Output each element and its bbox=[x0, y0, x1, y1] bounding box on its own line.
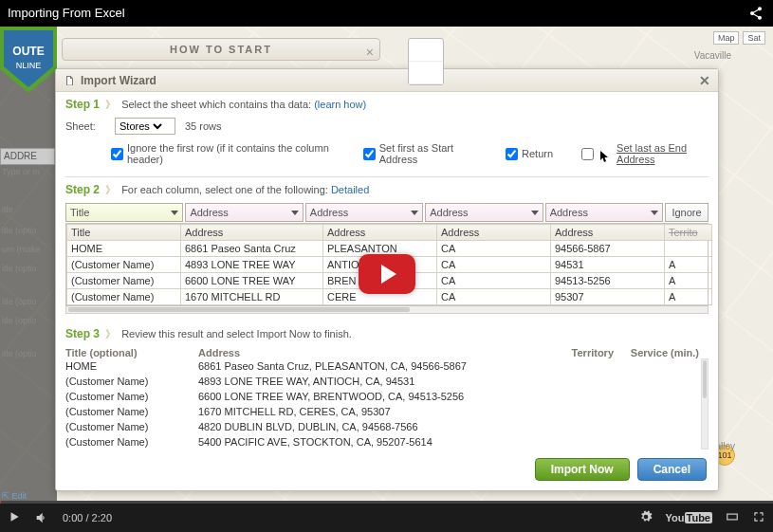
s3-header-territory: Territory bbox=[528, 347, 614, 358]
grid-header: Address bbox=[551, 225, 665, 241]
video-title: Importing From Excel bbox=[8, 6, 125, 20]
svg-text:OUTE: OUTE bbox=[12, 45, 44, 58]
s3-header-service: Service (min.) bbox=[614, 347, 699, 358]
video-play-button[interactable] bbox=[359, 254, 415, 294]
learn-how-link[interactable]: (learn how) bbox=[314, 99, 366, 110]
video-control-bar: 0:00 / 2:20 YouTube bbox=[0, 504, 773, 532]
map-zoom-control[interactable] bbox=[408, 38, 444, 85]
sidebar-address-label: ADDRE bbox=[0, 148, 55, 165]
document-icon bbox=[64, 75, 75, 86]
chk-ignore-first-row[interactable]: Ignore the first row (if it contains the… bbox=[111, 142, 335, 165]
how-to-start-bar: HOW TO START × bbox=[62, 38, 380, 61]
grid-header: Address bbox=[437, 225, 551, 241]
step3-label: Step 3 bbox=[65, 327, 100, 340]
map-city-label: Vacaville bbox=[694, 50, 731, 61]
col-select-address[interactable]: Address bbox=[545, 203, 663, 222]
map-toggle-map[interactable]: Map bbox=[713, 31, 740, 45]
import-now-button[interactable]: Import Now bbox=[535, 458, 630, 481]
step1-label: Step 1 bbox=[65, 98, 100, 111]
list-item: HOME6861 Paseo Santa Cruz, PLEASANTON, C… bbox=[65, 358, 709, 374]
close-icon[interactable]: × bbox=[366, 42, 374, 63]
grid-header: Address bbox=[323, 225, 437, 241]
grid-header: Title bbox=[67, 225, 181, 241]
fullscreen-icon[interactable] bbox=[752, 510, 765, 525]
col-select-address[interactable]: Address bbox=[185, 203, 303, 222]
sidebar-field-fragment: urn (make bbox=[2, 245, 41, 254]
theater-icon[interactable] bbox=[726, 510, 739, 525]
step3-text: Review this result and select Import Now… bbox=[121, 328, 352, 339]
col-select-title[interactable]: Title bbox=[65, 203, 183, 222]
map-toggle-sat[interactable]: Sat bbox=[743, 31, 765, 45]
sidebar-field-fragment: itle (optio bbox=[2, 264, 37, 273]
chk-set-first-start[interactable]: Set first as Start Address bbox=[363, 142, 477, 165]
sidebar-hint: Type or In bbox=[2, 167, 40, 176]
s3-header-address: Address bbox=[198, 347, 528, 358]
sheet-rowcount: 35 rows bbox=[185, 120, 222, 132]
step2-label: Step 2 bbox=[65, 183, 100, 196]
ignore-column-button[interactable]: Ignore bbox=[665, 203, 709, 222]
grid-header: Address bbox=[181, 225, 323, 241]
chk-return[interactable]: Return bbox=[506, 148, 553, 160]
sidebar-field-fragment: itle (optio bbox=[2, 316, 37, 325]
dialog-title: Import Wizard bbox=[81, 74, 156, 87]
time-display: 0:00 / 2:20 bbox=[63, 512, 112, 523]
svg-text:NLINE: NLINE bbox=[16, 61, 42, 70]
sidebar-field-fragment: itle (optio bbox=[2, 226, 37, 235]
step2-text: For each column, select one of the follo… bbox=[121, 184, 328, 195]
volume-control[interactable] bbox=[34, 510, 49, 525]
logo-badge: OUTENLINE bbox=[0, 27, 57, 93]
detailed-link[interactable]: Detailed bbox=[331, 184, 369, 195]
youtube-logo[interactable]: YouTube bbox=[666, 512, 712, 523]
list-item: (Customer Name)4820 DUBLIN BLVD, DUBLIN,… bbox=[65, 419, 709, 434]
play-icon[interactable] bbox=[8, 510, 21, 525]
sidebar-edit-link[interactable]: ⇱ Edit bbox=[2, 491, 27, 501]
share-icon[interactable] bbox=[748, 6, 764, 25]
col-select-address[interactable]: Address bbox=[425, 203, 543, 222]
s3-header-title: Title (optional) bbox=[65, 347, 198, 358]
list-item: (Customer Name)5400 PACIFIC AVE, STOCKTO… bbox=[65, 434, 709, 449]
list-item: (Customer Name)4893 LONE TREE WAY, ANTIO… bbox=[65, 374, 709, 389]
sheet-label: Sheet: bbox=[65, 120, 105, 132]
settings-icon[interactable] bbox=[639, 510, 653, 525]
cursor-icon bbox=[599, 150, 611, 163]
sheet-select[interactable]: Stores bbox=[116, 119, 165, 134]
grid-header: Territo bbox=[665, 225, 712, 241]
list-item: (Customer Name)1670 MITCHELL RD, CERES, … bbox=[65, 404, 709, 419]
cancel-button[interactable]: Cancel bbox=[637, 458, 707, 481]
horizontal-scrollbar[interactable] bbox=[65, 306, 709, 314]
sidebar-field-fragment: itle (optio bbox=[2, 349, 37, 358]
progress-bar[interactable] bbox=[0, 501, 773, 504]
step1-text: Select the sheet which contains tha data… bbox=[121, 99, 311, 110]
vertical-scrollbar[interactable] bbox=[701, 358, 709, 449]
dialog-close-icon[interactable]: ✕ bbox=[699, 73, 710, 88]
list-item: (Customer Name)6600 LONE TREE WAY, BRENT… bbox=[65, 389, 709, 404]
svg-rect-2 bbox=[727, 514, 738, 520]
sidebar-field-fragment: itle (optio bbox=[2, 297, 37, 306]
col-select-address[interactable]: Address bbox=[305, 203, 423, 222]
sidebar-col-title: itle bbox=[2, 205, 13, 214]
chk-set-last-end[interactable]: Set last as End Address bbox=[581, 142, 709, 165]
